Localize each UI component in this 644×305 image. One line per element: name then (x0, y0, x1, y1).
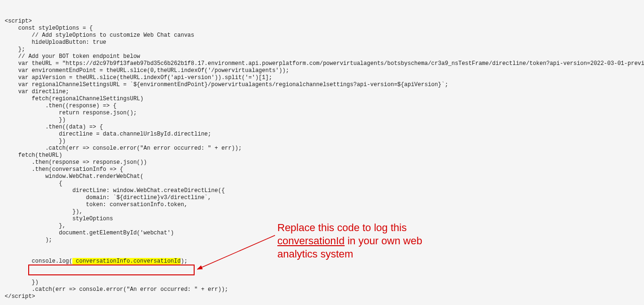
code-line: .then(conversationInfo => { (5, 166, 639, 173)
code-block: <script> const styleOptions = { // Add s… (0, 0, 644, 305)
code-line: const styleOptions = { (5, 25, 639, 32)
code-line: </script> (5, 293, 639, 300)
code-line: fetch(regionalChannelSettingsURL) (5, 96, 639, 103)
code-line: var directline; (5, 88, 639, 96)
code-text-after-highlight: ); (181, 258, 187, 265)
code-line: fetch(theURL) (5, 152, 639, 159)
code-line: directLine: window.WebChat.createDirectL… (5, 187, 639, 194)
code-line: return response.json(); (5, 110, 639, 117)
code-line: { (5, 180, 639, 187)
code-line: }) (5, 117, 639, 124)
code-line: // Add your BOT token endpoint below (5, 53, 639, 60)
code-line: token: conversationInfo.token, (5, 201, 639, 209)
code-line: .then((data) => { (5, 124, 639, 131)
red-callout-box (28, 265, 195, 275)
annotation-underlined-word: conversationId (277, 235, 345, 247)
code-line: // Add styleOptions to customize Web Cha… (5, 32, 639, 39)
code-line: }) (5, 138, 639, 145)
annotation-line1: Replace this code to log this (277, 222, 407, 233)
code-line: window.WebChat.renderWebChat( (5, 173, 639, 180)
code-line: .then((response) => { (5, 103, 639, 110)
code-line: var environmentEndPoint = theURL.slice(0… (5, 67, 639, 74)
code-line: }) (5, 279, 639, 286)
highlighted-span: conversationInfo.conversationId (72, 258, 181, 265)
code-line: .catch(err => console.error("An error oc… (5, 286, 639, 293)
annotation-line2-rest: in your own web (345, 235, 422, 247)
code-line: <script> (5, 18, 639, 25)
code-line: var theURL = "https://d2c97b9f13faeb97bd… (5, 60, 639, 67)
code-line: var apiVersion = theURL.slice(theURL.ind… (5, 74, 639, 81)
code-line: directline = data.channelUrlsById.direct… (5, 131, 639, 138)
code-line: }), (5, 209, 639, 216)
code-line: hideUploadButton: true (5, 39, 639, 46)
code-line: domain: `${directline}v3/directline`, (5, 194, 639, 201)
code-line: var regionalChannelSettingsURL = `${envi… (5, 81, 639, 88)
code-line: }; (5, 46, 639, 53)
annotation-line3: analytics system (277, 248, 353, 260)
code-line: .then(response => response.json()) (5, 159, 639, 166)
code-text-before-highlight: console.log( (5, 258, 72, 265)
code-line: .catch(err => console.error("An error oc… (5, 145, 639, 152)
annotation-text: Replace this code to log this conversati… (277, 221, 447, 261)
